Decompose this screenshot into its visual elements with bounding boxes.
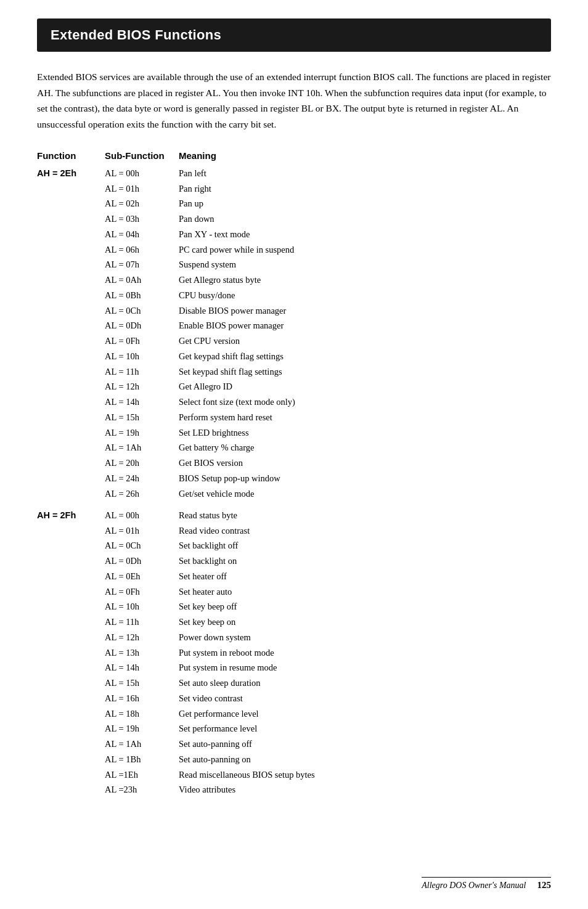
cell-subfunc: AL = 16h: [105, 691, 179, 706]
cell-subfunc: AL = 0Bh: [105, 288, 179, 303]
cell-function: [37, 410, 105, 425]
cell-function: [37, 364, 105, 380]
cell-meaning: Get keypad shift flag settings: [179, 349, 551, 364]
table-row: AL = 0DhEnable BIOS power manager: [37, 319, 551, 334]
table-row: AL = 11hSet keypad shift flag settings: [37, 364, 551, 380]
cell-subfunc: AL = 00h: [105, 166, 179, 181]
cell-meaning: Put system in resume mode: [179, 661, 551, 676]
cell-subfunc: AL = 0Ah: [105, 273, 179, 288]
cell-function: [37, 584, 105, 600]
cell-function: [37, 288, 105, 303]
page: Extended BIOS Functions Extended BIOS se…: [0, 0, 588, 909]
page-footer: Allegro DOS Owner's Manual 125: [422, 877, 551, 891]
cell-subfunc: AL = 15h: [105, 410, 179, 425]
header-meaning: Meaning: [179, 149, 551, 166]
table-row: AL = 07hSuspend system: [37, 258, 551, 273]
table-row: AL = 10hSet key beep off: [37, 600, 551, 615]
table-row: AL = 11hSet key beep on: [37, 615, 551, 630]
cell-function: [37, 181, 105, 197]
table-row: AL = 0FhSet heater auto: [37, 584, 551, 600]
table-row: AL = 1AhGet battery % charge: [37, 441, 551, 456]
cell-meaning: Set keypad shift flag settings: [179, 364, 551, 380]
cell-subfunc: AL = 0Ch: [105, 539, 179, 554]
cell-meaning: Pan up: [179, 197, 551, 212]
cell-function: [37, 645, 105, 661]
cell-meaning: Pan XY - text mode: [179, 227, 551, 242]
cell-subfunc: AL = 20h: [105, 456, 179, 471]
cell-subfunc: AL = 14h: [105, 661, 179, 676]
cell-subfunc: AL = 1Ah: [105, 441, 179, 456]
cell-function: [37, 395, 105, 410]
table-row: AL = 0AhGet Allegro status byte: [37, 273, 551, 288]
table-row: AL = 15hPerform system hard reset: [37, 410, 551, 425]
cell-function: [37, 737, 105, 752]
cell-function: [37, 471, 105, 486]
cell-meaning: Set key beep on: [179, 615, 551, 630]
cell-meaning: Get BIOS version: [179, 456, 551, 471]
cell-subfunc: AL = 0Dh: [105, 554, 179, 569]
cell-meaning: Set auto sleep duration: [179, 676, 551, 691]
cell-function: [37, 380, 105, 395]
header-function: Function: [37, 149, 105, 166]
cell-subfunc: AL = 0Dh: [105, 319, 179, 334]
cell-meaning: Read video contrast: [179, 523, 551, 539]
cell-meaning: Get performance level: [179, 706, 551, 722]
cell-meaning: Disable BIOS power manager: [179, 303, 551, 319]
cell-meaning: Get Allegro status byte: [179, 273, 551, 288]
table-row: AL = 02hPan up: [37, 197, 551, 212]
cell-subfunc: AL =23h: [105, 783, 179, 798]
cell-subfunc: AL = 01h: [105, 181, 179, 197]
header-subfunc: Sub-Function: [105, 149, 179, 166]
cell-function: [37, 319, 105, 334]
cell-meaning: Set performance level: [179, 722, 551, 737]
cell-meaning: Video attributes: [179, 783, 551, 798]
cell-subfunc: AL = 02h: [105, 197, 179, 212]
cell-subfunc: AL = 19h: [105, 722, 179, 737]
cell-subfunc: AL =1Eh: [105, 767, 179, 783]
cell-meaning: Set key beep off: [179, 600, 551, 615]
page-title: Extended BIOS Functions: [51, 27, 537, 43]
cell-function: [37, 722, 105, 737]
cell-subfunc: AL = 10h: [105, 349, 179, 364]
cell-subfunc: AL = 03h: [105, 212, 179, 227]
cell-subfunc: AL = 1Bh: [105, 752, 179, 767]
cell-subfunc: AL = 24h: [105, 471, 179, 486]
cell-function: [37, 767, 105, 783]
cell-subfunc: AL = 13h: [105, 645, 179, 661]
cell-subfunc: AL = 26h: [105, 486, 179, 502]
cell-function: [37, 676, 105, 691]
table-row: AL = 03hPan down: [37, 212, 551, 227]
cell-meaning: Pan down: [179, 212, 551, 227]
cell-function: [37, 600, 105, 615]
cell-function: [37, 273, 105, 288]
table-row: AL = 26hGet/set vehicle mode: [37, 486, 551, 502]
cell-meaning: Read status byte: [179, 502, 551, 523]
table-row: AL = 0ChDisable BIOS power manager: [37, 303, 551, 319]
table-row: AL =23hVideo attributes: [37, 783, 551, 798]
cell-subfunc: AL = 0Ch: [105, 303, 179, 319]
cell-meaning: Pan right: [179, 181, 551, 197]
cell-subfunc: AL = 12h: [105, 380, 179, 395]
table-row: AL = 12hPower down system: [37, 630, 551, 645]
table-row: AL = 1BhSet auto-panning on: [37, 752, 551, 767]
intro-paragraph: Extended BIOS services are available thr…: [37, 69, 551, 132]
table-row: AL = 19hSet performance level: [37, 722, 551, 737]
table-row: AL = 10hGet keypad shift flag settings: [37, 349, 551, 364]
table-row: AL = 20hGet BIOS version: [37, 456, 551, 471]
cell-function: [37, 539, 105, 554]
cell-subfunc: AL = 00h: [105, 502, 179, 523]
table-row: AH = 2FhAL = 00hRead status byte: [37, 502, 551, 523]
cell-meaning: Set heater off: [179, 569, 551, 584]
function-table: Function Sub-Function Meaning AH = 2EhAL…: [37, 149, 551, 797]
table-row: AL = 15hSet auto sleep duration: [37, 676, 551, 691]
cell-meaning: Pan left: [179, 166, 551, 181]
cell-function: [37, 197, 105, 212]
cell-meaning: Power down system: [179, 630, 551, 645]
cell-function: [37, 706, 105, 722]
cell-meaning: Get CPU version: [179, 334, 551, 349]
table-row: AL = 06hPC card power while in suspend: [37, 242, 551, 258]
cell-meaning: Get battery % charge: [179, 441, 551, 456]
cell-subfunc: AL = 10h: [105, 600, 179, 615]
cell-meaning: Suspend system: [179, 258, 551, 273]
table-row: AL = 12hGet Allegro ID: [37, 380, 551, 395]
